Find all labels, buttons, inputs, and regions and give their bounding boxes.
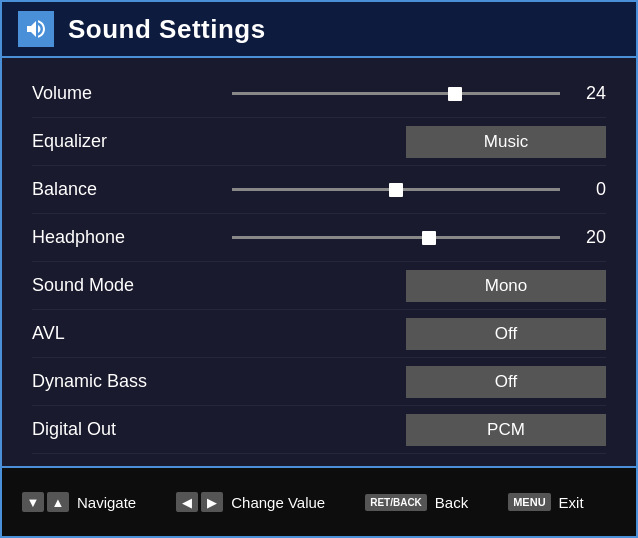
headphone-control[interactable]: 20 [232, 227, 606, 248]
volume-row: Volume 24 [32, 70, 606, 118]
sound-mode-row: Sound Mode Mono [32, 262, 606, 310]
change-value-keys: ◀ ▶ [176, 492, 223, 512]
change-value-label: Change Value [231, 494, 325, 511]
headphone-thumb [422, 231, 436, 245]
dynamic-bass-dropdown[interactable]: Off [406, 366, 606, 398]
change-value-hint: ◀ ▶ Change Value [176, 492, 325, 512]
volume-value: 24 [576, 83, 606, 104]
exit-hint: MENU Exit [508, 493, 583, 511]
navigate-hint: ▼ ▲ Navigate [22, 492, 136, 512]
volume-label: Volume [32, 83, 232, 104]
balance-value: 0 [576, 179, 606, 200]
sound-icon [18, 11, 54, 47]
balance-fill [232, 188, 396, 191]
balance-row: Balance 0 [32, 166, 606, 214]
balance-control[interactable]: 0 [232, 179, 606, 200]
down-arrow-key: ▼ [22, 492, 44, 512]
back-label: Back [435, 494, 468, 511]
balance-track [232, 188, 560, 191]
digital-out-control: PCM [232, 414, 606, 446]
sound-mode-control: Mono [232, 270, 606, 302]
footer: ▼ ▲ Navigate ◀ ▶ Change Value RET/BACK B… [2, 466, 636, 536]
exit-label: Exit [559, 494, 584, 511]
header: Sound Settings [2, 2, 636, 58]
back-hint: RET/BACK Back [365, 494, 468, 511]
navigate-keys: ▼ ▲ [22, 492, 69, 512]
headphone-slider[interactable]: 20 [232, 227, 606, 248]
balance-thumb [389, 183, 403, 197]
volume-control[interactable]: 24 [232, 83, 606, 104]
headphone-fill [232, 236, 429, 239]
avl-control: Off [232, 318, 606, 350]
volume-thumb [448, 87, 462, 101]
headphone-track [232, 236, 560, 239]
equalizer-dropdown[interactable]: Music [406, 126, 606, 158]
equalizer-control: Music [232, 126, 606, 158]
balance-label: Balance [32, 179, 232, 200]
avl-label: AVL [32, 323, 232, 344]
equalizer-label: Equalizer [32, 131, 232, 152]
digital-out-label: Digital Out [32, 419, 232, 440]
right-arrow-key: ▶ [201, 492, 223, 512]
dynamic-bass-label: Dynamic Bass [32, 371, 232, 392]
volume-fill [232, 92, 455, 95]
sound-mode-dropdown[interactable]: Mono [406, 270, 606, 302]
avl-dropdown[interactable]: Off [406, 318, 606, 350]
sound-mode-label: Sound Mode [32, 275, 232, 296]
balance-slider[interactable]: 0 [232, 179, 606, 200]
menu-key: MENU [508, 493, 550, 511]
volume-slider[interactable]: 24 [232, 83, 606, 104]
digital-out-row: Digital Out PCM [32, 406, 606, 454]
equalizer-row: Equalizer Music [32, 118, 606, 166]
up-arrow-key: ▲ [47, 492, 69, 512]
digital-out-dropdown[interactable]: PCM [406, 414, 606, 446]
screen: Sound Settings Volume 24 Equalizer Music [0, 0, 638, 538]
dynamic-bass-control: Off [232, 366, 606, 398]
dynamic-bass-row: Dynamic Bass Off [32, 358, 606, 406]
headphone-label: Headphone [32, 227, 232, 248]
ret-back-key: RET/BACK [365, 494, 427, 511]
headphone-value: 20 [576, 227, 606, 248]
left-arrow-key: ◀ [176, 492, 198, 512]
avl-row: AVL Off [32, 310, 606, 358]
navigate-label: Navigate [77, 494, 136, 511]
settings-list: Volume 24 Equalizer Music Balance [2, 58, 636, 466]
headphone-row: Headphone 20 [32, 214, 606, 262]
page-title: Sound Settings [68, 14, 266, 45]
volume-track [232, 92, 560, 95]
